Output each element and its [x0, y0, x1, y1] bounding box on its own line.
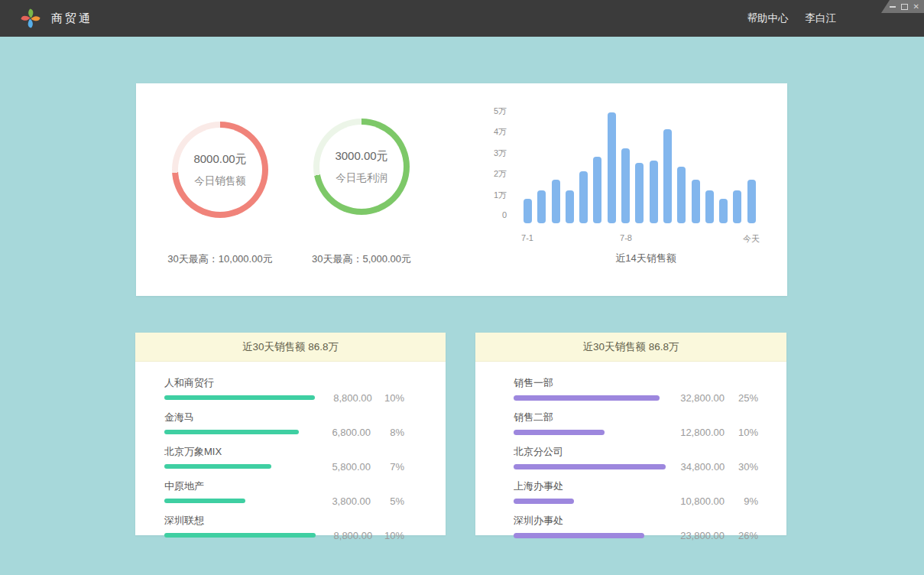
department-name: 上海办事处	[514, 479, 758, 493]
list-item: 上海办事处 10,800.00 9%	[514, 479, 758, 505]
list-item: 深圳办事处 23,800.00 26%	[514, 514, 758, 539]
list-item: 销售一部 32,800.00 25%	[514, 376, 758, 401]
sales-bar	[663, 129, 672, 223]
department-percent: 9%	[725, 495, 758, 507]
sales-bar	[650, 161, 658, 223]
titlebar: 商贸通 帮助中心 李白江 ✕	[0, 0, 924, 37]
customer-amount: 6,800.00	[311, 427, 371, 438]
customer-bar	[164, 499, 245, 503]
sales-bar	[621, 148, 630, 223]
department-bar	[514, 430, 605, 435]
today-profit-donut: 3000.00元 今日毛利润	[313, 119, 410, 215]
list-item: 深圳联想 8,800.00 10%	[164, 514, 404, 539]
sales-bar	[608, 112, 616, 223]
sales-bar	[566, 190, 574, 223]
y-tick-1: 1万	[479, 190, 507, 201]
sales-bar	[593, 157, 601, 223]
department-percent: 25%	[725, 392, 758, 404]
customer-bar	[164, 464, 271, 469]
x-tick-today: 今天	[734, 233, 768, 245]
sales-bar	[635, 163, 644, 223]
sales-bar	[552, 180, 560, 223]
list-item: 人和商贸行 8,800.00 10%	[164, 376, 404, 401]
window-controls: ✕	[881, 0, 924, 13]
sales-bar	[719, 199, 728, 223]
list-item: 中原地产 3,800.00 5%	[164, 479, 404, 505]
today-sales-donut-center: 8000.00元 今日销售额	[178, 128, 262, 212]
customer-name: 北京万象MIX	[164, 445, 404, 459]
department-bar	[514, 395, 660, 401]
list-item: 金海马 6,800.00 8%	[164, 411, 404, 436]
customer-bar	[164, 430, 299, 434]
today-profit-caption: 30天最高：5,000.00元	[277, 252, 446, 266]
customer-percent: 8%	[371, 427, 404, 438]
customer-amount: 3,800.00	[311, 495, 371, 507]
y-tick-3: 3万	[479, 148, 507, 159]
y-tick-2: 2万	[479, 168, 507, 180]
close-button[interactable]: ✕	[913, 3, 919, 11]
customer-rank-title: 近30天销售额 86.8万	[135, 333, 446, 362]
list-item: 北京万象MIX 5,800.00 7%	[164, 445, 404, 470]
list-item: 销售二部 12,800.00 10%	[514, 411, 758, 436]
chart-title: 近14天销售额	[569, 252, 722, 265]
customer-rank-card: 近30天销售额 86.8万 人和商贸行 8,800.00 10% 金海马 6,8…	[135, 333, 446, 535]
sales-bar	[579, 171, 588, 223]
department-name: 销售一部	[514, 376, 758, 390]
department-bar	[514, 464, 666, 469]
sales-bar	[692, 180, 700, 223]
customer-bar	[164, 395, 315, 400]
customer-amount: 8,800.00	[315, 392, 372, 404]
y-tick-0: 0	[479, 210, 507, 219]
today-sales-donut: 8000.00元 今日销售额	[172, 122, 268, 218]
today-profit-donut-center: 3000.00元 今日毛利润	[319, 125, 404, 209]
customer-percent: 5%	[371, 495, 404, 507]
sales-bars	[524, 109, 761, 223]
customer-percent: 7%	[371, 461, 404, 473]
minimize-icon	[890, 6, 896, 8]
maximize-button[interactable]	[901, 4, 908, 10]
sales-bar	[733, 190, 741, 223]
department-bar	[514, 533, 644, 538]
customer-name: 深圳联想	[164, 514, 404, 528]
department-name: 北京分公司	[514, 445, 758, 459]
minimize-button[interactable]	[890, 6, 896, 8]
department-amount: 12,800.00	[665, 427, 725, 438]
sales-bar	[747, 180, 756, 223]
app-title: 商贸通	[51, 11, 92, 26]
today-profit-label: 今日毛利润	[336, 171, 387, 185]
customer-amount: 5,800.00	[311, 461, 371, 473]
sales-bar	[677, 167, 686, 223]
customer-name: 人和商贸行	[164, 376, 404, 390]
department-percent: 10%	[725, 427, 758, 438]
today-profit-value: 3000.00元	[335, 149, 387, 164]
department-amount: 34,800.00	[666, 461, 725, 473]
help-center-link[interactable]: 帮助中心	[747, 11, 789, 25]
list-item: 北京分公司 34,800.00 30%	[514, 445, 758, 470]
y-tick-5: 5万	[479, 106, 507, 117]
x-tick-mid: 7-8	[609, 233, 643, 242]
today-sales-value: 8000.00元	[193, 152, 246, 167]
department-amount: 32,800.00	[665, 392, 725, 404]
department-rank-title: 近30天销售额 86.8万	[475, 333, 786, 362]
customer-percent: 10%	[372, 530, 404, 541]
summary-card: 8000.00元 今日销售额 30天最高：10,000.00元 3000.00元…	[136, 83, 787, 296]
department-name: 销售二部	[514, 411, 758, 424]
customer-percent: 10%	[372, 392, 404, 404]
department-bar	[514, 499, 574, 504]
department-rank-card: 近30天销售额 86.8万 销售一部 32,800.00 25% 销售二部 12…	[475, 333, 786, 535]
department-amount: 10,800.00	[665, 495, 725, 507]
sales-bar	[524, 199, 532, 223]
customer-bar	[164, 533, 316, 538]
sales-bar	[537, 190, 546, 223]
department-percent: 30%	[725, 461, 758, 473]
app-logo-pinwheel-icon	[21, 8, 41, 28]
customer-name: 中原地产	[164, 479, 404, 493]
sales-bar	[705, 190, 714, 223]
username-link[interactable]: 李白江	[806, 11, 837, 25]
customer-amount: 8,800.00	[316, 530, 372, 541]
department-percent: 26%	[725, 530, 758, 541]
department-name: 深圳办事处	[514, 514, 758, 528]
maximize-icon	[901, 4, 908, 10]
today-sales-label: 今日销售额	[194, 174, 246, 188]
customer-name: 金海马	[164, 411, 404, 424]
